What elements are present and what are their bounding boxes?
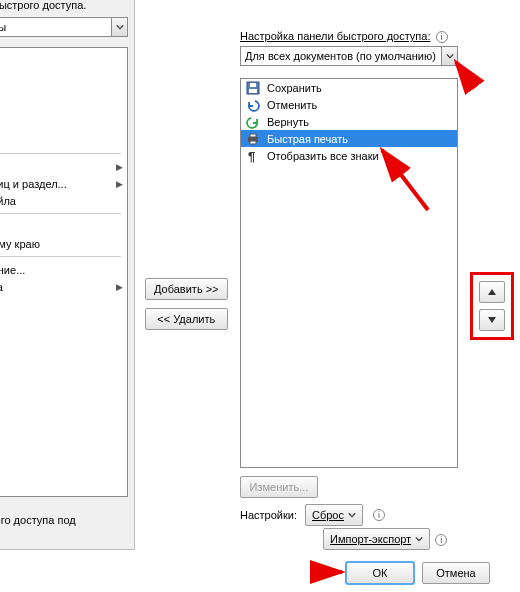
help-icon[interactable]: i xyxy=(373,509,385,521)
save-icon xyxy=(245,80,261,96)
redo-icon xyxy=(245,114,261,130)
commands-combo-label: манды xyxy=(0,21,111,33)
ok-button[interactable]: ОК xyxy=(346,562,414,584)
chevron-down-icon xyxy=(441,47,457,65)
remove-button[interactable]: << Удалить xyxy=(145,308,228,330)
arrow-down-icon xyxy=(487,316,497,324)
commands-combo[interactable]: манды xyxy=(0,17,128,37)
section-title: ли быстрого доступа. xyxy=(0,0,128,11)
print-icon xyxy=(245,131,261,147)
svg-rect-2 xyxy=(250,83,256,87)
reset-button[interactable]: Сброс xyxy=(305,504,363,526)
chevron-down-icon xyxy=(348,512,356,518)
list-item[interactable]: пись xyxy=(0,132,127,149)
import-export-button[interactable]: Импорт-экспорт xyxy=(323,528,430,550)
svg-rect-4 xyxy=(250,134,256,137)
commands-list[interactable]: пись ку▶ траниц и раздел...▶ з файла у л… xyxy=(0,47,128,497)
quick-access-list[interactable]: Сохранить Отменить Вернуть Быстрая печат… xyxy=(240,78,458,468)
list-item[interactable]: писка▶ xyxy=(0,278,127,295)
arrow-up-icon xyxy=(487,288,497,296)
scope-combo-value: Для всех документов (по умолчанию) xyxy=(241,50,441,62)
list-item[interactable]: Вернуть xyxy=(241,113,457,130)
list-item[interactable]: ку▶ xyxy=(0,158,127,175)
help-icon[interactable]: i xyxy=(435,534,447,546)
move-up-button[interactable] xyxy=(479,281,505,303)
chevron-down-icon xyxy=(111,18,127,36)
reorder-buttons-highlight xyxy=(470,272,514,340)
settings-label: Настройки: xyxy=(240,509,297,521)
list-item-selected[interactable]: Быстрая печать xyxy=(241,130,457,147)
list-item[interactable]: у xyxy=(0,218,127,235)
list-item[interactable]: левому краю xyxy=(0,235,127,252)
undo-icon xyxy=(245,97,261,113)
help-icon[interactable]: i xyxy=(436,31,448,43)
scope-combo[interactable]: Для всех документов (по умолчанию) xyxy=(240,46,458,66)
svg-line-7 xyxy=(456,62,475,88)
list-item[interactable]: траниц и раздел...▶ xyxy=(0,175,127,192)
cancel-button[interactable]: Отмена xyxy=(422,562,490,584)
list-item[interactable]: Сохранить xyxy=(241,79,457,96)
list-item[interactable]: Отменить xyxy=(241,96,457,113)
svg-rect-5 xyxy=(250,141,256,144)
submenu-arrow-icon: ▶ xyxy=(116,162,123,172)
svg-rect-1 xyxy=(249,89,257,93)
paragraph-icon: ¶ xyxy=(245,148,261,164)
chevron-down-icon xyxy=(415,536,423,542)
add-button[interactable]: Добавить >> xyxy=(145,278,228,300)
list-item[interactable]: начение... xyxy=(0,261,127,278)
list-item[interactable]: з файла xyxy=(0,192,127,209)
svg-text:¶: ¶ xyxy=(248,149,255,163)
move-down-button[interactable] xyxy=(479,309,505,331)
submenu-arrow-icon: ▶ xyxy=(116,179,123,189)
checkbox-label-fragment: ыстрого доступа под xyxy=(0,514,76,526)
submenu-arrow-icon: ▶ xyxy=(116,282,123,292)
modify-button[interactable]: Изменить... xyxy=(240,476,318,498)
list-item[interactable]: ¶ Отобразить все знаки xyxy=(241,147,457,164)
customize-label: Настройка панели быстрого доступа: i xyxy=(240,30,448,43)
